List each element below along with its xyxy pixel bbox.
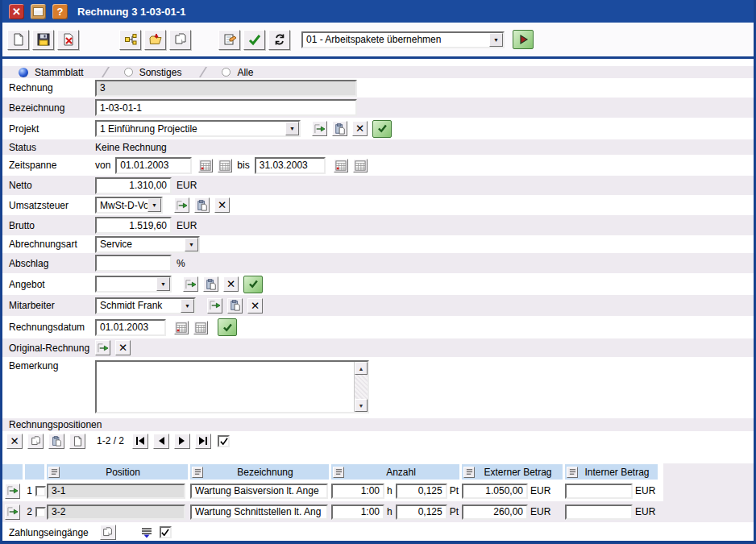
row-goto-button[interactable]: [5, 505, 20, 520]
bezeichnung-field[interactable]: [190, 505, 328, 520]
intern-field[interactable]: [565, 505, 633, 520]
mitarbeiter-select-value: Schmidt Frank: [97, 300, 181, 311]
angebot-paste-button[interactable]: [203, 276, 218, 292]
run-action-button[interactable]: [513, 30, 534, 49]
positions-select-all-checkbox[interactable]: [218, 435, 230, 447]
new-button[interactable]: [7, 30, 29, 50]
hours-field[interactable]: [331, 484, 384, 499]
angebot-confirm-button[interactable]: [243, 276, 263, 293]
original-rechnung-goto-button[interactable]: [95, 340, 110, 355]
mitarbeiter-clear-button[interactable]: ✕: [247, 298, 263, 314]
rechnungsdatum-field[interactable]: [95, 319, 166, 336]
import-button[interactable]: [144, 30, 166, 50]
angebot-clear-button[interactable]: ✕: [223, 276, 239, 292]
tab-sonstiges[interactable]: Sonstiges: [124, 67, 182, 78]
projekt-paste-button[interactable]: [332, 121, 347, 136]
abrechnungsart-select[interactable]: Service ▼: [95, 236, 200, 253]
rechnungsdatum-calendar-button[interactable]: [193, 321, 208, 334]
position-field[interactable]: [47, 505, 185, 520]
abschlag-field[interactable]: [95, 255, 172, 272]
column-menu-icon[interactable]: [48, 467, 60, 478]
mitarbeiter-select[interactable]: Schmidt Frank ▼: [95, 297, 196, 314]
column-menu-icon[interactable]: [567, 467, 578, 478]
next-page-button[interactable]: [174, 434, 190, 449]
positions-paste-button[interactable]: [48, 434, 64, 449]
extern-field[interactable]: [462, 505, 528, 520]
row-checkbox[interactable]: [35, 507, 46, 517]
angebot-select[interactable]: ▼: [95, 276, 172, 293]
extern-field[interactable]: [462, 484, 528, 499]
rechnungsdatum-confirm-button[interactable]: [218, 318, 237, 336]
paste-icon: [230, 300, 241, 311]
action-select[interactable]: 01 - Arbeitspakete übernehmen ▼: [301, 31, 505, 48]
scroll-track[interactable]: [355, 375, 368, 399]
netto-field[interactable]: [95, 177, 172, 194]
von-calendar-today-button[interactable]: [198, 159, 213, 172]
memo-scrollbar[interactable]: ▲ ▼: [354, 362, 368, 412]
projekt-select[interactable]: 1 Einführung Projectile ▼: [95, 120, 301, 137]
bis-calendar-button[interactable]: [353, 159, 368, 172]
scroll-down-icon[interactable]: ▼: [355, 399, 368, 412]
umsatzsteuer-paste-button[interactable]: [194, 197, 210, 213]
umsatzsteuer-goto-button[interactable]: [174, 197, 189, 213]
column-menu-icon[interactable]: [463, 467, 475, 478]
edit-form-button[interactable]: [218, 30, 240, 50]
von-date-field[interactable]: [115, 157, 192, 174]
column-menu-icon[interactable]: [192, 467, 203, 478]
hierarchy-button[interactable]: [119, 30, 141, 50]
hours-field[interactable]: [331, 505, 384, 520]
bemerkung-textarea[interactable]: [97, 362, 354, 412]
scroll-up-icon[interactable]: ▲: [355, 362, 368, 375]
window-icon[interactable]: [31, 4, 46, 19]
rechnung-field[interactable]: [95, 80, 357, 97]
delete-button[interactable]: [57, 30, 79, 50]
goto-arrow-icon: [185, 279, 197, 290]
intern-field[interactable]: [565, 484, 633, 499]
bezeichnung-field[interactable]: [190, 484, 328, 499]
original-rechnung-clear-button[interactable]: ✕: [115, 340, 131, 355]
confirm-button[interactable]: [243, 30, 265, 50]
pt-field[interactable]: [396, 484, 447, 499]
positions-new-button[interactable]: [69, 434, 85, 449]
mitarbeiter-goto-button[interactable]: [207, 298, 222, 314]
payments-list-button[interactable]: [139, 525, 155, 540]
intern-unit: EUR: [635, 485, 655, 496]
copy-button[interactable]: [169, 30, 191, 50]
umsatzsteuer-select[interactable]: MwSt-D-Voll ▼: [95, 197, 163, 214]
help-icon[interactable]: ?: [52, 4, 68, 19]
calendar-icon: [219, 160, 231, 171]
projekt-confirm-button[interactable]: [372, 120, 392, 138]
von-calendar-button[interactable]: [218, 159, 232, 172]
tab-alle[interactable]: Alle: [222, 67, 253, 78]
row-goto-button[interactable]: [5, 484, 20, 499]
position-field[interactable]: [47, 484, 185, 499]
payments-copy-button[interactable]: [100, 525, 116, 540]
first-page-button[interactable]: [132, 434, 148, 449]
brutto-field[interactable]: [95, 217, 172, 234]
bis-calendar-today-button[interactable]: [334, 159, 348, 172]
pt-field[interactable]: [396, 505, 447, 520]
mitarbeiter-paste-button[interactable]: [227, 298, 243, 314]
prev-page-button[interactable]: [153, 434, 169, 449]
positions-copy-button[interactable]: [27, 434, 44, 449]
angebot-goto-button[interactable]: [183, 276, 198, 292]
bis-date-field[interactable]: [255, 157, 326, 174]
payments-checkbox[interactable]: [160, 526, 172, 538]
column-menu-icon[interactable]: [333, 467, 344, 478]
last-page-button[interactable]: [195, 434, 211, 449]
save-button[interactable]: [32, 30, 54, 50]
positions-delete-button[interactable]: ✕: [6, 434, 23, 449]
inactive-tab-icon: [124, 68, 133, 77]
refresh-button[interactable]: [268, 30, 290, 50]
tab-stammblatt[interactable]: Stammblatt: [19, 67, 84, 78]
close-icon[interactable]: ✕: [9, 4, 24, 19]
umsatzsteuer-clear-button[interactable]: ✕: [214, 197, 230, 213]
calendar-icon: [355, 160, 366, 171]
projekt-goto-button[interactable]: [312, 121, 327, 136]
projekt-clear-button[interactable]: ✕: [352, 121, 368, 136]
tab-separator: [199, 67, 207, 77]
rechnungsdatum-calendar-today-button[interactable]: [174, 321, 189, 334]
bezeichnung-field[interactable]: [95, 99, 357, 116]
column-label: Anzahl: [344, 467, 458, 478]
row-checkbox[interactable]: [35, 486, 46, 496]
